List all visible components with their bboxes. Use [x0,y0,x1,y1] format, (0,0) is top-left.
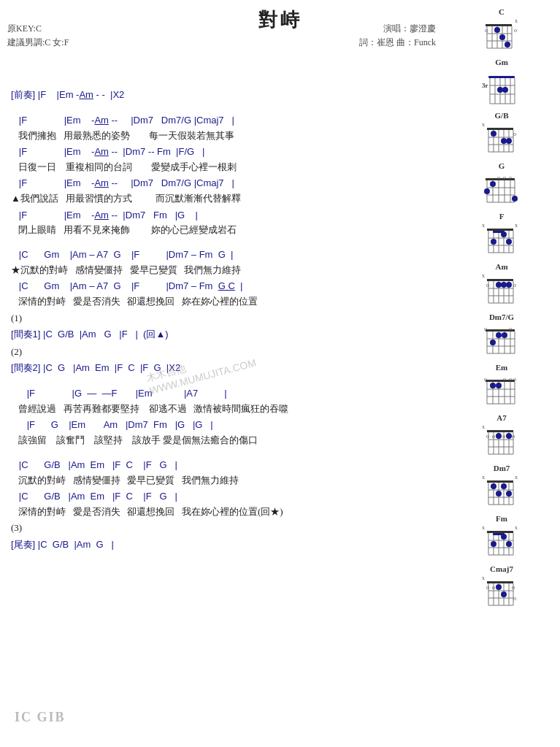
svg-text:x: x [482,575,485,581]
svg-text:o: o [502,433,505,440]
chord-c2l1: |C G/B |Am Em |F C |F G | [11,458,436,473]
lyric-v1l3: ▲我們說話 用最習慣的方式 而沉默漸漸代替解釋 [11,191,436,206]
note1: (1) [11,311,436,326]
chord-interlude2: [間奏2] |C G |Am Em |F C |F G |X2 [11,361,436,376]
bottom-label: IC GIB [15,710,66,725]
meta-left: 原KEY:C 建議男調:C 女:F [7,22,69,50]
lyric-v2l1: 曾經說過 再苦再難都要堅持 卻逃不過 激情被時間瘋狂的吞噬 [11,402,436,416]
svg-text:x: x [515,222,518,229]
chord-sidebar: C x o o [447,7,560,610]
svg-point-42 [506,138,512,144]
lyric-c1: ★沉默的對峙 感情變僵持 愛早已變質 我們無力維持 [11,263,436,277]
chord-diagram-c: x o o [480,17,523,53]
chord-prelude: [前奏] |F |Em -Am - - |X2 [11,88,436,103]
interlude1: [間奏1] |C G/B |Am G |F | (回▲) [11,327,436,342]
svg-point-12 [499,34,505,40]
svg-rect-158 [487,531,513,533]
svg-point-184 [501,591,507,597]
verse1-line2: |F |Em -Am -- |Dm7 -- Fm |F/G | 日復一日 重複相… [11,145,436,174]
svg-text:x: x [482,121,485,128]
svg-rect-173 [487,581,513,583]
svg-text:o: o [486,584,489,591]
section-prelude: [前奏] |F |Em -Am - - |X2 [11,88,436,103]
lyric-note2: (2) [11,345,436,359]
verse1-line4: |F |Em -Am -- |Dm7 Fm |G | 閉上眼睛 用看不見來掩飾 … [11,208,436,237]
svg-point-152 [491,483,496,489]
svg-text:x: x [482,474,485,480]
svg-point-89 [506,282,512,288]
svg-rect-62 [487,229,513,231]
svg-point-74 [501,231,507,237]
chord-gb: G/B x o [447,111,556,157]
svg-point-41 [501,138,507,144]
chorus-line2: |C Gm |Am – A7 G |F |Dm7 – Fm G C | 深情的對… [11,279,436,308]
svg-point-169 [491,541,496,547]
svg-text:3r: 3r [482,82,488,89]
svg-rect-17 [488,76,515,78]
svg-text:o: o [509,326,512,332]
chord-f: F x x [447,212,556,258]
chord-diagram-gb: x o [480,120,523,157]
chord-diagram-gm: 3r [480,67,523,107]
chord-am: Am x o o [447,262,556,308]
chord-v1l4: |F |Em -Am -- |Dm7 Fm |G | [11,208,436,223]
lyric-v2l2: 該強留 該奮鬥 該堅持 該放手 愛是個無法癒合的傷口 [11,433,436,448]
chord-c: C x o o [447,7,556,53]
svg-text:x: x [515,18,518,24]
svg-text:o: o [512,584,515,591]
svg-text:x: x [482,272,485,279]
chorus2-line2: |C G/B |Am Em |F C |F G | 深情的對峙 愛是否消失 卻還… [11,489,436,518]
chord-outro: [尾奏] |C G/B |Am G | [11,537,436,553]
verse1-line3: |F |Em -Am -- |Dm7 Dm7/G |Cmaj7 | ▲我們說話 … [11,176,436,205]
chord-diagram-dm7g: o o [480,322,523,359]
svg-text:o: o [513,282,516,288]
chord-diagram-a7: x o o o o [480,423,523,459]
svg-text:o: o [492,584,495,591]
svg-point-27 [497,87,503,93]
svg-rect-77 [487,279,513,281]
chord-dm7g: Dm7/G o o [447,313,556,359]
chord-v1l3: |F |Em -Am -- |Dm7 Dm7/G |Cmaj7 | [11,176,436,191]
chord-c2: |C Gm |Am – A7 G |F |Dm7 – Fm G C | [11,279,436,294]
lyric-note3: (3) [11,521,436,535]
svg-point-11 [494,27,500,33]
svg-text:o: o [485,27,488,34]
chord-diagram-fm: x x [480,524,523,560]
svg-rect-1 [486,24,512,26]
svg-point-13 [505,42,510,47]
performer: 演唱：廖澄慶 [359,22,436,36]
chorus-line1: |C Gm |Am – A7 G |F |Dm7 – Fm G | ★沉默的對峙… [11,248,436,277]
chord-em: Em o o o o [447,363,556,409]
note3: (3) [11,521,436,535]
svg-text:o: o [486,282,489,288]
svg-point-55 [490,181,496,187]
note2: (2) [11,345,436,359]
lyric-c2l2: 深情的對峙 愛是否消失 卻還想挽回 我在妳心裡的位置(回★) [11,505,436,519]
svg-point-56 [512,196,518,202]
svg-text:x: x [515,524,518,531]
svg-point-135 [506,433,512,439]
chord-c2l2: |C G/B |Am Em |F C |F G | [11,489,436,505]
svg-point-88 [501,282,507,288]
svg-text:o: o [513,131,516,137]
lyrics-composer: 詞：崔恩 曲：Funck [359,36,436,50]
svg-text:o: o [513,595,516,602]
svg-text:o: o [512,433,515,440]
chord-diagram-em: o o o o [480,372,523,409]
svg-text:o: o [497,175,500,181]
svg-text:o: o [503,175,506,181]
meta-right: 演唱：廖澄慶 詞：崔恩 曲：Funck [359,22,436,50]
svg-text:x: x [482,222,485,229]
svg-point-171 [506,541,512,547]
svg-text:x: x [515,474,518,480]
svg-text:x: x [482,524,485,531]
chord-dm7: Dm7 x x [447,464,556,510]
chord-v1l2: |F |Em -Am -- |Dm7 -- Fm |F/G | [11,145,436,160]
svg-text:x: x [482,424,485,430]
suggested-key: 建議男調:C 女:F [7,36,69,50]
svg-text:o: o [484,326,487,332]
chord-v1l1: |F |Em -Am -- |Dm7 Dm7/G |Cmaj7 | [11,113,436,129]
chord-v2l2: |F G |Em Am |Dm7 Fm |G |G | [11,418,436,433]
svg-text:o: o [492,433,495,440]
lyric-note1: (1) [11,311,436,326]
